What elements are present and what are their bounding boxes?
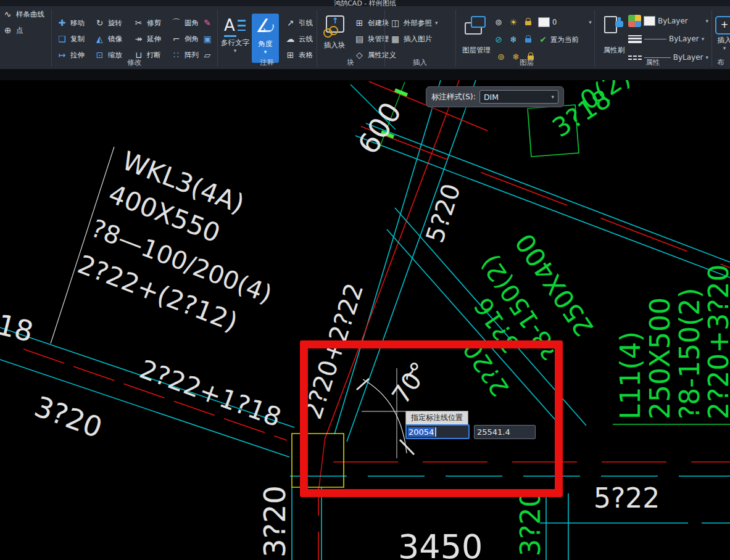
revcloud-button[interactable]: ☁云线 [283, 31, 315, 47]
create-block-icon: ⊞ [354, 18, 365, 28]
layer-off-icon[interactable]: ⊘ [491, 35, 506, 44]
label-g-2-20-3-20: 2?20+3?20 [705, 264, 730, 419]
ribbon-divider [594, 10, 595, 67]
copy-button[interactable]: ❏复制 [54, 31, 92, 47]
current-color-swatch[interactable] [644, 16, 655, 26]
trim-label: 修剪 [147, 19, 161, 28]
layer-unlock-icon[interactable] [521, 17, 536, 27]
ribbon-divider [317, 10, 317, 67]
ribbon-divider [711, 10, 712, 67]
layer-freeze-icon[interactable]: ❄ [506, 35, 521, 44]
dim-style-label: 标注样式(S): [431, 92, 476, 102]
label-5-22: 5?22 [594, 485, 660, 512]
rotate-button[interactable]: ↻旋转 [92, 15, 131, 31]
layer-list-chevron-icon[interactable]: ▾ [589, 19, 592, 25]
group-label-annotate: 注释 [217, 58, 317, 68]
color-chevron-icon[interactable]: ▾ [705, 18, 708, 24]
dim-style-panel: 标注样式(S): DIM ▾ [426, 86, 564, 107]
trim-button[interactable]: ✂修剪 [131, 15, 168, 31]
dim-style-select[interactable]: DIM ▾ [479, 90, 558, 104]
group-label-modify: 修改 [51, 58, 217, 68]
lineweight-preview [644, 39, 666, 39]
mirror-icon: ◭ [94, 34, 105, 44]
erase-button[interactable]: ✎ [200, 15, 215, 31]
ribbon: ∿样条曲线⊕点 ✚移动↻旋转✂修剪⌒圆角❏复制◭镜像↠延伸⌐倒角↦拉伸⊡缩放⊔打… [0, 6, 730, 69]
object-color-icon[interactable] [628, 15, 641, 27]
set-current-label[interactable]: 置为当前 [550, 35, 579, 44]
lineweight-value: ByLayer [669, 35, 699, 43]
dim-input-secondary[interactable]: 25541.4 [474, 425, 536, 439]
tail-insert-button[interactable]: + 插入 ▾ [715, 15, 730, 51]
move-button[interactable]: ✚移动 [54, 15, 92, 31]
create-block-label: 创建块 [368, 19, 389, 28]
app-window: 鸿鹄CAD - 样例图纸 ∿样条曲线⊕点 ✚移动↻旋转✂修剪⌒圆角❏复制◭镜像↠… [0, 0, 730, 560]
ribbon-group-annotate-list: ↗引线☁云线⊞表格 [283, 15, 315, 63]
layer-thaw-sun-icon[interactable]: ☀ [506, 17, 521, 27]
insert-block-button[interactable]: ↑ 插入块 [318, 14, 350, 50]
leader-icon: ↗ [285, 18, 296, 28]
mtext-icon: A [223, 15, 247, 37]
chamfer-label: 倒角 [185, 35, 199, 44]
dim-style-value: DIM [484, 93, 552, 102]
viewport-icon: + [715, 16, 730, 35]
layer-color-swatch[interactable] [538, 17, 550, 27]
point-label: 点 [16, 26, 23, 35]
label-3450: 3450 [398, 530, 483, 560]
lineweight-chevron-icon[interactable]: ▾ [702, 36, 705, 42]
erase-icon: ✎ [202, 18, 213, 28]
angle-dimension-button[interactable]: ∠ 角度 ▾ [252, 14, 279, 63]
insert-block-label: 插入块 [324, 41, 346, 50]
insert-image-label: 插入图片 [404, 35, 432, 44]
chevron-down-icon[interactable]: ▾ [234, 47, 237, 54]
ribbon-divider [51, 10, 52, 67]
angle-icon: ∠ [254, 15, 277, 38]
fillet-icon: ⌒ [171, 18, 181, 28]
layers-icon [463, 15, 489, 37]
leader-label: 引线 [299, 19, 313, 28]
match-properties-label: 属性刷 [603, 46, 625, 55]
layer-on-icon[interactable]: ⊚ [491, 17, 506, 27]
label-g-l11: L11(4) [617, 331, 644, 419]
match-properties-button[interactable]: 属性刷 [599, 14, 629, 55]
drawing-canvas[interactable]: 标注样式(S): DIM ▾ 指定标注线位置 20054 25541.4 WKL… [0, 80, 730, 560]
revcloud-label: 云线 [299, 35, 313, 44]
chevron-down-icon[interactable]: ▾ [723, 45, 726, 51]
extend-button[interactable]: ↠延伸 [131, 31, 168, 47]
lineweight-icon[interactable] [628, 35, 642, 43]
block-manager-label: 块管理 [368, 35, 389, 44]
chevron-down-icon: ▾ [551, 94, 554, 100]
region-button[interactable]: ▣ [200, 31, 215, 47]
cad-line [366, 123, 730, 262]
rotate-label: 旋转 [108, 19, 122, 28]
spline-icon: ∿ [2, 9, 13, 20]
tail-insert-label: 插入 [718, 36, 730, 45]
ribbon-lower-strip [0, 69, 730, 80]
dim-input-primary[interactable]: 20054 [405, 424, 470, 439]
label-g-8-150b: ?8-150(2) [676, 287, 703, 419]
prompt-tooltip: 指定标注线位置 [405, 411, 468, 425]
color-value: ByLayer [658, 17, 688, 25]
extend-icon: ↠ [133, 34, 144, 44]
mirror-button[interactable]: ◭镜像 [92, 31, 131, 47]
xref-icon: ◫ [390, 18, 400, 28]
angle-label: 角度 [259, 39, 273, 49]
mtext-button[interactable]: A 多行文字 ▾ [220, 14, 251, 54]
layer-make-current-icon[interactable]: ✔ [536, 35, 550, 44]
title-bar: 鸿鹄CAD - 样例图纸 [0, 0, 730, 6]
label-g-250x500: 250X500 [647, 297, 674, 419]
chevron-down-icon[interactable]: ▾ [264, 49, 267, 55]
dim-input-primary-value: 20054 [408, 427, 434, 437]
xref-button[interactable]: ◫外部参照▾ [388, 15, 441, 31]
insert-image-button[interactable]: ▦插入图片 [388, 31, 441, 47]
group-label-block: 块 [317, 58, 384, 68]
block-manager-icon: ▤ [354, 34, 365, 44]
layer-manager-button[interactable]: 图层管理 [462, 14, 491, 55]
group-label-layout: 布 [711, 58, 730, 68]
trim-icon: ✂ [133, 18, 144, 28]
property-brush-icon [602, 15, 626, 39]
leader-button[interactable]: ↗引线 [283, 15, 315, 31]
insert-image-icon: ▦ [390, 34, 400, 44]
group-label-insert: 插入 [384, 58, 455, 68]
window-title: 鸿鹄CAD - 样例图纸 [0, 0, 730, 6]
layer-lock-icon[interactable] [521, 35, 536, 44]
